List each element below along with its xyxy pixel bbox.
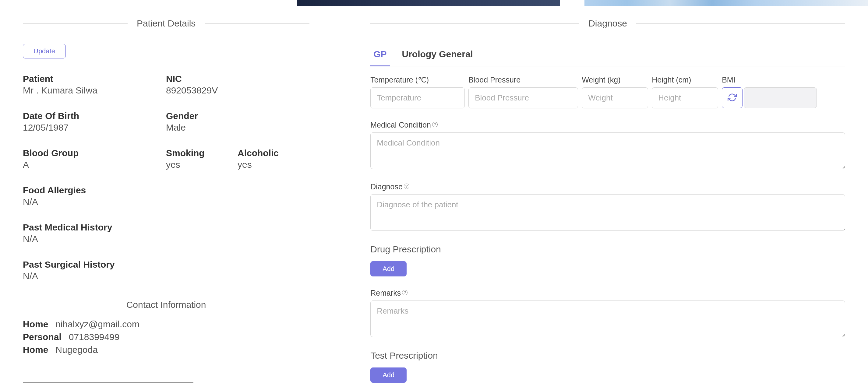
- weight-input[interactable]: [582, 87, 648, 108]
- diagnose-divider: Diagnose: [370, 18, 845, 29]
- contact-label: Home: [23, 319, 48, 329]
- bp-input[interactable]: [468, 87, 578, 108]
- pmh-label: Past Medical History: [23, 222, 309, 233]
- height-label: Height (cm): [652, 75, 718, 84]
- bmi-refresh-button[interactable]: [722, 87, 743, 108]
- help-icon[interactable]: ?: [432, 122, 438, 127]
- diagnose-title: Diagnose: [579, 18, 636, 29]
- contact-info-title: Contact Information: [117, 299, 215, 310]
- allergies-value: N/A: [23, 197, 166, 207]
- pmh-value: N/A: [23, 234, 309, 244]
- psh-value: N/A: [23, 271, 309, 281]
- bmi-label: BMI: [722, 75, 845, 84]
- contact-label: Home: [23, 345, 48, 355]
- alcoholic-value: yes: [238, 160, 309, 170]
- alcoholic-label: Alcoholic: [238, 148, 309, 158]
- patient-details-title: Patient Details: [128, 18, 205, 29]
- update-button[interactable]: Update: [23, 44, 66, 59]
- diagnose-field-label: Diagnose?: [370, 182, 845, 191]
- drug-prescription-heading: Drug Prescription: [370, 244, 845, 255]
- patient-details-panel: Patient Details Update Patient Mr . Kuma…: [23, 15, 309, 383]
- blood-group-value: A: [23, 160, 166, 170]
- bmi-output: [744, 87, 817, 108]
- tab-gp[interactable]: GP: [370, 44, 390, 66]
- remarks-input[interactable]: [370, 300, 845, 337]
- medical-condition-label: Medical Condition?: [370, 121, 845, 129]
- temperature-label: Temperature (℃): [370, 75, 465, 84]
- remarks-label: Remarks?: [370, 289, 845, 297]
- patient-label: Patient: [23, 74, 166, 84]
- contact-row: Home nihalxyz@gmail.com: [23, 319, 309, 329]
- allergies-label: Food Allergies: [23, 185, 166, 195]
- add-test-button[interactable]: Add: [370, 368, 407, 383]
- gender-label: Gender: [166, 111, 309, 121]
- tab-urology-general[interactable]: Urology General: [399, 44, 476, 66]
- medical-condition-input[interactable]: [370, 132, 845, 169]
- contact-value: Nugegoda: [56, 345, 97, 355]
- blood-group-label: Blood Group: [23, 148, 166, 158]
- nic-value: 892053829V: [166, 85, 309, 96]
- dob-label: Date Of Birth: [23, 111, 166, 121]
- diagnose-panel: Diagnose GP Urology General Temperature …: [370, 15, 845, 383]
- top-banner: [0, 0, 868, 6]
- weight-label: Weight (kg): [582, 75, 648, 84]
- dob-value: 12/05/1987: [23, 122, 166, 133]
- refresh-icon: [727, 93, 737, 103]
- contact-row: Personal 0718399499: [23, 332, 309, 342]
- smoking-value: yes: [166, 160, 238, 170]
- contact-label: Personal: [23, 332, 62, 342]
- contact-value: nihalxyz@gmail.com: [56, 319, 140, 329]
- diagnose-tabs: GP Urology General: [370, 44, 845, 66]
- height-input[interactable]: [652, 87, 718, 108]
- banner-image-right: [585, 0, 868, 6]
- contact-value: 0718399499: [69, 332, 120, 342]
- bp-label: Blood Pressure: [468, 75, 578, 84]
- patient-value: Mr . Kumara Silwa: [23, 85, 166, 96]
- help-icon[interactable]: ?: [402, 290, 407, 295]
- contact-info-divider: Contact Information: [23, 299, 309, 310]
- vitals-row: Temperature (℃) Blood Pressure Weight (k…: [370, 75, 845, 108]
- diagnose-input[interactable]: [370, 194, 845, 231]
- psh-label: Past Surgical History: [23, 259, 309, 270]
- smoking-label: Smoking: [166, 148, 238, 158]
- contact-row: Home Nugegoda: [23, 345, 309, 355]
- test-prescription-heading: Test Prescription: [370, 350, 845, 361]
- nic-label: NIC: [166, 74, 309, 84]
- banner-image-left: [297, 0, 560, 6]
- patient-details-divider: Patient Details: [23, 18, 309, 29]
- add-drug-button[interactable]: Add: [370, 261, 407, 277]
- help-icon[interactable]: ?: [404, 184, 409, 189]
- gender-value: Male: [166, 122, 309, 133]
- temperature-input[interactable]: [370, 87, 465, 108]
